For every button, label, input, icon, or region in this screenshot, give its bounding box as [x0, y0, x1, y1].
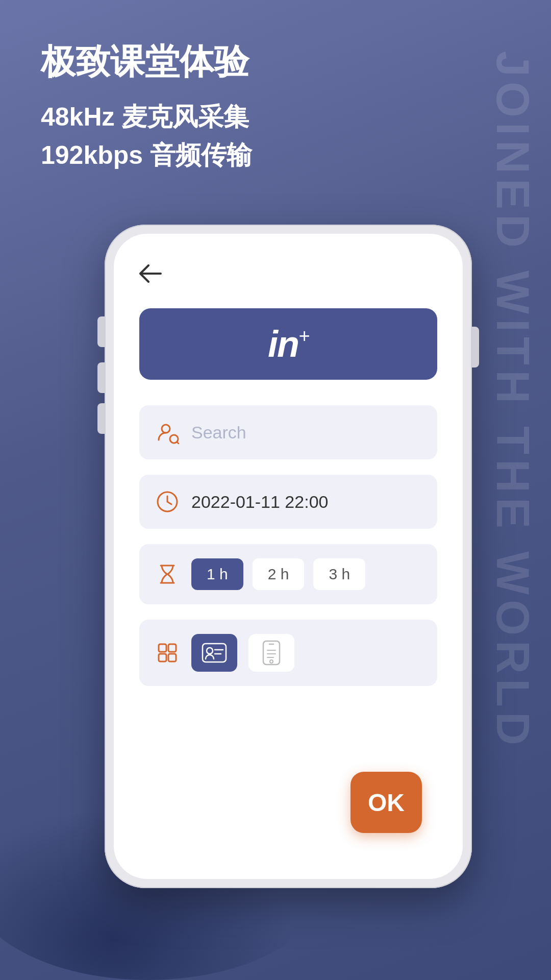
svg-rect-7	[168, 654, 176, 662]
svg-rect-5	[168, 644, 176, 652]
phone-view-button[interactable]	[248, 634, 294, 672]
duration-1h[interactable]: 1 h	[191, 558, 243, 590]
page-title: 极致课堂体验	[41, 41, 449, 83]
svg-point-13	[270, 660, 273, 663]
svg-point-0	[162, 425, 170, 433]
phone-frame: in +	[105, 225, 472, 888]
phone-screen: in +	[114, 234, 463, 879]
contact-card-view-button[interactable]	[191, 634, 237, 672]
view-options	[191, 634, 294, 672]
ok-button[interactable]: OK	[350, 772, 422, 833]
logo: in +	[268, 323, 309, 365]
subtitle-2: 192kbps 音频传输	[41, 136, 449, 175]
svg-line-2	[177, 442, 179, 444]
search-row[interactable]: Search	[139, 405, 437, 459]
clock-icon	[155, 489, 180, 514]
duration-options: 1 h 2 h 3 h	[191, 558, 365, 590]
layout-icon	[155, 640, 180, 666]
logo-banner: in +	[139, 308, 437, 380]
search-placeholder: Search	[191, 423, 246, 443]
svg-rect-6	[159, 654, 166, 662]
screen-content: in +	[114, 234, 463, 879]
hourglass-icon	[155, 561, 180, 587]
datetime-value: 2022-01-11 22:00	[191, 492, 328, 512]
form-section: Search 2022-01-11 22:00	[139, 405, 437, 686]
view-mode-row	[139, 620, 437, 686]
svg-rect-4	[159, 644, 166, 652]
subtitle-1: 48kHz 麦克风采集	[41, 98, 449, 136]
header-section: 极致课堂体验 48kHz 麦克风采集 192kbps 音频传输	[41, 41, 449, 175]
search-user-icon	[155, 420, 180, 445]
svg-point-9	[207, 648, 213, 654]
back-button[interactable]	[139, 264, 437, 283]
logo-plus-text: +	[298, 325, 309, 347]
duration-3h[interactable]: 3 h	[313, 558, 365, 590]
datetime-row[interactable]: 2022-01-11 22:00	[139, 475, 437, 529]
duration-row: 1 h 2 h 3 h	[139, 544, 437, 604]
phone-wrapper: in +	[71, 225, 505, 888]
duration-2h[interactable]: 2 h	[253, 558, 305, 590]
logo-in-text: in	[268, 323, 298, 365]
